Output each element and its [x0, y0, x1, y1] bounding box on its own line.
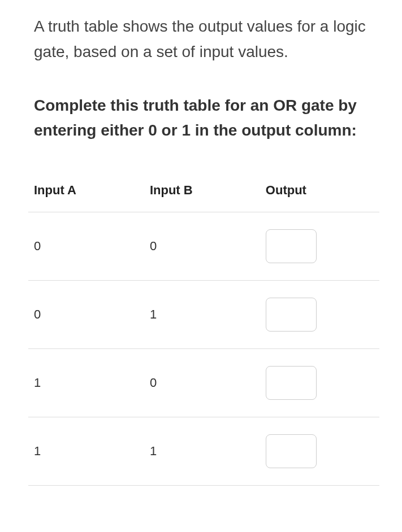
cell-input-a: 1: [28, 417, 144, 486]
table-row: 1 0: [28, 349, 379, 417]
cell-input-a: 1: [28, 349, 144, 417]
cell-input-a: 0: [28, 281, 144, 349]
intro-paragraph: A truth table shows the output values fo…: [34, 14, 385, 65]
cell-input-b: 1: [144, 281, 260, 349]
instruction-paragraph: Complete this truth table for an OR gate…: [34, 93, 385, 144]
cell-output: [260, 417, 379, 486]
output-input-row-2[interactable]: [266, 366, 317, 400]
header-output: Output: [260, 183, 379, 212]
cell-input-a: 0: [28, 212, 144, 281]
cell-input-b: 0: [144, 349, 260, 417]
table-row: 0 1: [28, 281, 379, 349]
output-input-row-1[interactable]: [266, 298, 317, 332]
cell-output: [260, 281, 379, 349]
cell-output: [260, 349, 379, 417]
output-input-row-0[interactable]: [266, 229, 317, 263]
table-row: 0 0: [28, 212, 379, 281]
cell-output: [260, 212, 379, 281]
table-row: 1 1: [28, 417, 379, 486]
truth-table: Input A Input B Output 0 0 0 1 1 0: [28, 183, 379, 486]
header-input-a: Input A: [28, 183, 144, 212]
table-header-row: Input A Input B Output: [28, 183, 379, 212]
header-input-b: Input B: [144, 183, 260, 212]
cell-input-b: 1: [144, 417, 260, 486]
cell-input-b: 0: [144, 212, 260, 281]
output-input-row-3[interactable]: [266, 434, 317, 468]
